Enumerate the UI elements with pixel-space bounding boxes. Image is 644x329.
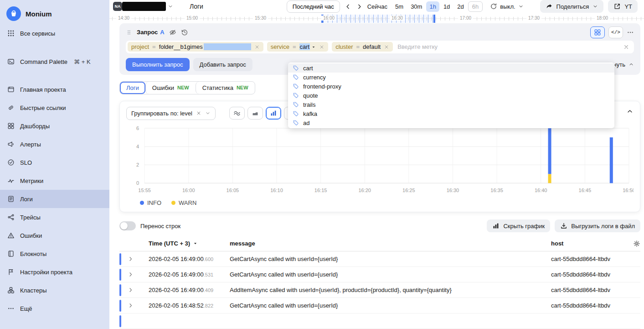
refresh-icon[interactable]: [490, 3, 497, 10]
timeline-strip[interactable]: 14:3015:0015:3016:0016:3017:0017:3018:00: [109, 13, 644, 19]
service-option[interactable]: kafka: [288, 109, 614, 118]
tab-label: Ошибки: [152, 84, 174, 91]
sidebar-item[interactable]: Алерты: [0, 135, 109, 153]
sidebar-item[interactable]: Логи: [0, 190, 109, 208]
time-range-button[interactable]: Последний час: [287, 0, 340, 13]
svg-text:16:25: 16:25: [402, 188, 415, 193]
sidebar-item-all-services[interactable]: Все сервисы: [0, 25, 109, 42]
column-time[interactable]: Time (UTC + 3): [149, 240, 230, 247]
collapse-chart-icon[interactable]: [626, 108, 634, 115]
preset-button[interactable]: 2d: [454, 1, 467, 12]
service-option[interactable]: trails: [288, 100, 614, 109]
preset-button[interactable]: 6h: [468, 1, 483, 12]
timeline-selection[interactable]: [321, 15, 435, 23]
chip-remove-icon[interactable]: [319, 44, 325, 50]
preset-button[interactable]: 1d: [440, 1, 453, 12]
sidebar-item-label: Настройки проекта: [20, 269, 72, 276]
sidebar-item[interactable]: Дашборды: [0, 117, 109, 135]
wrap-lines-toggle[interactable]: [119, 221, 136, 230]
service-option[interactable]: frontend-proxy: [288, 82, 614, 91]
sidebar-item[interactable]: Настройки проекта: [0, 263, 109, 281]
table-row[interactable]: 2026-02-05 16:49:00.531 GetCartAsync cal…: [119, 267, 640, 282]
legend-item[interactable]: WARN: [171, 199, 196, 206]
chip-remove-icon[interactable]: [254, 44, 260, 50]
drag-handle-icon[interactable]: [126, 29, 132, 36]
sidebar-item[interactable]: Ещё: [0, 299, 109, 318]
area-chart-type-button[interactable]: [247, 107, 263, 120]
legend-item[interactable]: INFO: [140, 199, 161, 206]
builder-view-button[interactable]: [590, 26, 605, 38]
expand-row-icon[interactable]: [128, 303, 134, 308]
chevron-down-icon[interactable]: [311, 45, 316, 49]
tab[interactable]: Логи: [120, 82, 145, 94]
history-icon[interactable]: [181, 29, 188, 36]
filter-chip[interactable]: cluster = default: [332, 42, 393, 52]
more-options-icon[interactable]: [627, 29, 634, 36]
code-view-label: </>: [611, 30, 620, 35]
app-logo[interactable]: Monium: [0, 3, 109, 25]
table-settings-gear-icon[interactable]: [633, 240, 640, 247]
preset-button[interactable]: 1h: [426, 1, 439, 12]
sidebar-item[interactable]: Кластеры: [0, 281, 109, 299]
now-button[interactable]: Сейчас: [367, 3, 387, 10]
log-histogram[interactable]: 15:5516:0016:0516:1016:1516:2016:2516:30…: [126, 124, 634, 198]
column-host[interactable]: host: [551, 240, 624, 247]
svg-text:16:00: 16:00: [182, 188, 195, 193]
query-panel-header: ЗапросA </>: [126, 27, 634, 38]
query-filter-bar[interactable]: project = folder__b1gimes service = cart: [126, 41, 634, 53]
sidebar-item[interactable]: Блокноты: [0, 245, 109, 263]
yt-button[interactable]: YT: [608, 0, 638, 13]
hide-chart-button[interactable]: Скрыть график: [487, 219, 550, 232]
sidebar-item-command-palette[interactable]: Command Palette ⌘ + K: [0, 53, 109, 70]
query-title-text: Запрос: [137, 29, 158, 36]
eye-off-icon[interactable]: [169, 29, 176, 36]
run-query-button[interactable]: Выполнить запрос: [126, 58, 190, 71]
clear-filters-icon[interactable]: [623, 44, 629, 50]
chevron-right-icon[interactable]: [356, 3, 363, 10]
chevron-down-icon[interactable]: [168, 4, 173, 9]
expand-row-icon[interactable]: [128, 272, 134, 277]
filter-chip[interactable]: service = cart: [267, 42, 328, 52]
filter-chip[interactable]: project = folder__b1gimes: [128, 42, 263, 52]
table-row[interactable]: 2026-02-05 16:48:52.822 GetCartAsync cal…: [119, 298, 640, 313]
add-query-button[interactable]: Добавить запрос: [193, 58, 252, 71]
table-row[interactable]: 2026-02-05 16:49:00.600 GetCartAsync cal…: [119, 251, 640, 267]
sidebar-item[interactable]: Главная проекта: [0, 80, 109, 99]
chevron-left-icon[interactable]: [345, 3, 351, 10]
code-view-button[interactable]: </>: [608, 26, 623, 38]
account-switcher[interactable]: NA: [113, 2, 173, 11]
sidebar-item[interactable]: SLO: [0, 153, 109, 172]
svg-text:15:55: 15:55: [138, 188, 151, 193]
table-row[interactable]: 2026-02-05 16:49:00.409 AddItemAsync cal…: [119, 282, 640, 298]
autorefresh-control[interactable]: выкл.: [490, 3, 523, 10]
sidebar-item[interactable]: Метрики: [0, 172, 109, 190]
expand-row-icon[interactable]: [128, 256, 134, 262]
group-by-select[interactable]: Группировать по: level: [126, 107, 216, 120]
expand-row-icon[interactable]: [128, 287, 134, 293]
clear-group-by-icon[interactable]: [196, 110, 201, 116]
bar-chart-type-button[interactable]: [266, 107, 281, 120]
service-option[interactable]: cart: [288, 63, 614, 73]
table-row-partial[interactable]: [119, 313, 640, 329]
tab[interactable]: Статистика NEW: [196, 82, 255, 94]
sidebar-item-label: Алерты: [20, 141, 41, 148]
sidebar-item[interactable]: Ошибки: [0, 226, 109, 245]
column-message[interactable]: message: [230, 240, 551, 247]
chip-remove-icon[interactable]: [384, 44, 389, 50]
sidebar-item[interactable]: Быстрые ссылки: [0, 99, 109, 117]
chip-op: =: [356, 43, 360, 50]
legend-dot: [171, 201, 175, 205]
sidebar-item[interactable]: Трейсы: [0, 208, 109, 226]
preset-button[interactable]: 30m: [407, 1, 425, 12]
timeline-tick-label: 18:00: [595, 16, 610, 21]
timeline-tick-label: 17:00: [458, 16, 473, 21]
service-option[interactable]: quote: [288, 91, 614, 100]
tab[interactable]: Ошибки NEW: [145, 82, 196, 94]
share-button[interactable]: Поделиться: [540, 0, 604, 13]
export-logs-button[interactable]: Выгрузить логи в файл: [555, 219, 640, 232]
label-input[interactable]: [397, 43, 620, 51]
service-option[interactable]: ad: [288, 118, 614, 127]
line-chart-type-button[interactable]: [229, 107, 245, 120]
service-option[interactable]: currency: [288, 73, 614, 82]
preset-button[interactable]: 5m: [392, 1, 407, 12]
